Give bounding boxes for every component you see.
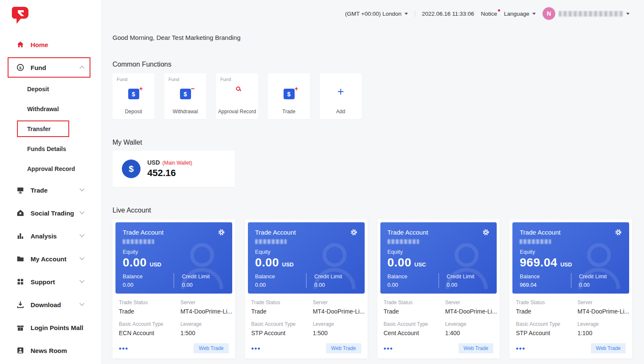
web-trade-button[interactable]: Web Trade	[194, 343, 228, 353]
chevron-down-icon	[626, 13, 630, 15]
trade-status-value: Trade	[384, 308, 445, 315]
chevron-down-icon	[405, 13, 408, 15]
minus-badge-icon: −	[191, 85, 195, 92]
news-icon	[16, 347, 24, 355]
account-type-value: STP Account	[516, 330, 577, 336]
sidebar-item-deposit[interactable]: Deposit	[0, 79, 101, 99]
wallet-currency: USD	[147, 159, 160, 166]
sidebar-item-trade[interactable]: Trade	[0, 179, 101, 202]
account-id-masked	[388, 239, 419, 244]
leverage-value: 1:400	[445, 330, 493, 336]
sidebar-item-my-account[interactable]: My Account	[0, 247, 101, 270]
wallet-amount: 452.16	[147, 168, 192, 179]
sidebar-item-social-trading[interactable]: Social Trading	[0, 202, 101, 224]
credit-limit-value: 0.00	[314, 282, 357, 288]
more-actions-button[interactable]: •••	[251, 345, 261, 352]
chevron-down-icon	[532, 13, 536, 15]
grid-icon	[16, 278, 24, 286]
sidebar-item-news-room[interactable]: News Room	[0, 339, 101, 362]
shortcut-trade[interactable]: $ + Trade	[268, 73, 310, 119]
trade-account-card: Trade Account Equity 0.00 USD Balance 0.…	[245, 219, 368, 358]
wallet-tag: (Main Wallet)	[163, 160, 192, 166]
server-value: MT4-DooPrime-Li...	[577, 308, 626, 315]
plus-badge-icon: +	[295, 85, 298, 92]
balance-value: 0.00	[388, 282, 439, 288]
web-trade-button[interactable]: Web Trade	[326, 343, 361, 353]
server-value: MT4-DooPrime-Li...	[313, 308, 361, 315]
trade-icon	[16, 186, 24, 194]
equity-currency: USC	[414, 261, 426, 268]
account-id-masked	[520, 239, 551, 244]
sidebar-item-approval-record[interactable]: Approval Record	[0, 159, 101, 179]
sidebar-item-fund[interactable]: $ Fund	[0, 56, 101, 79]
account-card-header: Trade Account Equity 0.00 USD Balance 0.…	[248, 222, 365, 294]
web-trade-button[interactable]: Web Trade	[591, 343, 626, 353]
equity-value: 0.00	[255, 256, 279, 269]
balance-value: 0.00	[123, 282, 174, 288]
logo-icon	[12, 6, 31, 25]
divider	[415, 11, 415, 17]
shortcut-approval-record[interactable]: Fund Approval Record	[216, 73, 258, 119]
account-card-body: Trade StatusTrade ServerMT4-DooPrime-Li.…	[115, 294, 232, 358]
more-actions-button[interactable]: •••	[119, 345, 128, 352]
shortcut-deposit[interactable]: Fund $ + Deposit	[112, 73, 155, 119]
username-masked	[559, 11, 623, 17]
account-id-masked	[123, 239, 154, 244]
server-value: MT4-DooPrime-Li...	[180, 308, 229, 315]
sidebar-item-transfer[interactable]: Transfer	[0, 119, 101, 139]
sidebar-item-withdrawal[interactable]: Withdrawal	[0, 99, 101, 119]
chevron-down-icon	[79, 209, 84, 214]
sidebar: Home $ Fund Deposit Withdrawal Transfer …	[0, 0, 102, 364]
sidebar-item-support[interactable]: Support	[0, 270, 101, 293]
trade-shortcut-icon: $ +	[284, 89, 295, 99]
add-icon: +	[337, 89, 344, 98]
sidebar-item-login-points-mall[interactable]: Login Points Mall	[0, 316, 101, 339]
wallet-icon: $	[122, 160, 141, 178]
chevron-down-icon	[79, 301, 84, 305]
sidebar-item-label: Home	[31, 41, 48, 48]
account-card-body: Trade StatusTrade ServerMT4-DooPrime-Li.…	[248, 294, 365, 358]
account-card-header: Trade Account Equity 969.04 USD Balance …	[512, 222, 629, 294]
shortcut-add[interactable]: + Add	[320, 73, 362, 119]
notice-button[interactable]: Notice	[481, 11, 497, 17]
svg-text:$: $	[19, 65, 22, 70]
gear-icon[interactable]	[350, 229, 357, 236]
account-card-header: Trade Account Equity 0.00 USC Balance 0.…	[380, 222, 497, 294]
wallet-card: $ USD (Main Wallet) 452.16	[112, 151, 235, 187]
equity-value: 969.04	[520, 256, 557, 269]
topbar: (GMT +00:00) London 2022.06.16 11:33:06 …	[112, 0, 632, 27]
more-actions-button[interactable]: •••	[516, 345, 525, 352]
gear-icon[interactable]	[482, 229, 489, 236]
sidebar-item-download[interactable]: Download	[0, 293, 101, 316]
sidebar-item-home[interactable]: Home	[0, 33, 101, 56]
trade-status-value: Trade	[516, 308, 577, 315]
sidebar-item-analysis[interactable]: Analysis	[0, 224, 101, 247]
credit-limit-value: 0.00	[579, 282, 622, 288]
gear-icon[interactable]	[218, 229, 225, 236]
more-actions-button[interactable]: •••	[384, 345, 393, 352]
common-functions-row: Fund $ + Deposit Fund $ − Withdrawal Fun…	[112, 73, 632, 119]
language-selector[interactable]: Language	[504, 11, 536, 17]
shortcut-withdrawal[interactable]: Fund $ − Withdrawal	[164, 73, 206, 119]
user-menu[interactable]: N	[543, 7, 630, 20]
timezone-selector[interactable]: (GMT +00:00) London	[345, 11, 408, 17]
trade-status-value: Trade	[251, 308, 313, 315]
leverage-value: 1:500	[180, 330, 229, 336]
app-logo[interactable]	[12, 6, 31, 25]
credit-limit-value: 0.00	[447, 282, 489, 288]
web-trade-button[interactable]: Web Trade	[458, 343, 493, 353]
account-type-value: Cent Account	[384, 330, 445, 336]
account-type-value: ECN Account	[119, 330, 180, 336]
section-title-my-wallet: My Wallet	[112, 139, 632, 146]
folder-icon	[16, 255, 24, 263]
trade-account-card: Trade Account Equity 969.04 USD Balance …	[509, 219, 632, 358]
sidebar-item-funds-details[interactable]: Funds Details	[0, 139, 101, 159]
social-trading-icon	[16, 209, 24, 217]
leverage-value: 1:100	[577, 330, 626, 336]
trade-account-card: Trade Account Equity 0.00 USD Balance 0.…	[112, 219, 235, 358]
avatar[interactable]: N	[543, 7, 555, 20]
chevron-down-icon	[79, 186, 84, 191]
account-card-header: Trade Account Equity 0.00 USD Balance 0.…	[115, 222, 232, 294]
account-card-body: Trade StatusTrade ServerMT4-DooPrime-Li.…	[380, 294, 497, 358]
gear-icon[interactable]	[615, 229, 622, 236]
